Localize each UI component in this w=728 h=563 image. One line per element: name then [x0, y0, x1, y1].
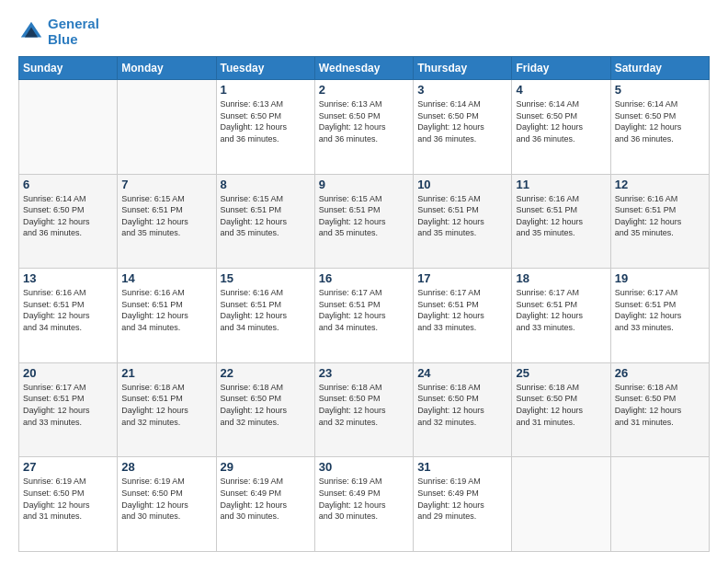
- day-info: Sunrise: 6:18 AMSunset: 6:50 PMDaylight:…: [516, 382, 606, 428]
- day-number: 8: [221, 178, 311, 191]
- day-info: Sunrise: 6:17 AMSunset: 6:51 PMDaylight:…: [516, 287, 606, 333]
- day-info: Sunrise: 6:19 AMSunset: 6:49 PMDaylight:…: [221, 476, 311, 522]
- calendar-cell: 29Sunrise: 6:19 AMSunset: 6:49 PMDayligh…: [216, 457, 314, 552]
- day-number: 12: [615, 178, 705, 191]
- day-number: 31: [417, 460, 507, 474]
- day-info: Sunrise: 6:13 AMSunset: 6:50 PMDaylight:…: [319, 98, 409, 144]
- calendar-cell: 24Sunrise: 6:18 AMSunset: 6:50 PMDayligh…: [414, 362, 512, 457]
- calendar-cell: 18Sunrise: 6:17 AMSunset: 6:51 PMDayligh…: [512, 269, 610, 363]
- calendar-cell: 11Sunrise: 6:16 AMSunset: 6:51 PMDayligh…: [512, 174, 610, 269]
- day-header-tuesday: Tuesday: [216, 57, 314, 80]
- day-info: Sunrise: 6:18 AMSunset: 6:50 PMDaylight:…: [221, 382, 311, 428]
- calendar-cell: 31Sunrise: 6:19 AMSunset: 6:49 PMDayligh…: [414, 457, 512, 552]
- calendar-cell: 7Sunrise: 6:15 AMSunset: 6:51 PMDaylight…: [118, 174, 216, 269]
- day-number: 13: [23, 271, 113, 285]
- calendar-cell: 30Sunrise: 6:19 AMSunset: 6:49 PMDayligh…: [314, 457, 413, 552]
- day-header-thursday: Thursday: [414, 57, 512, 80]
- day-info: Sunrise: 6:15 AMSunset: 6:51 PMDaylight:…: [121, 193, 211, 239]
- day-number: 2: [319, 83, 409, 97]
- day-info: Sunrise: 6:18 AMSunset: 6:51 PMDaylight:…: [121, 382, 211, 428]
- calendar-cell: 1Sunrise: 6:13 AMSunset: 6:50 PMDaylight…: [216, 80, 314, 175]
- day-number: 22: [221, 366, 311, 380]
- day-number: 14: [121, 271, 211, 285]
- day-number: 7: [121, 178, 211, 191]
- day-number: 30: [319, 460, 409, 474]
- day-info: Sunrise: 6:17 AMSunset: 6:51 PMDaylight:…: [23, 382, 113, 428]
- day-number: 29: [221, 460, 311, 474]
- day-info: Sunrise: 6:16 AMSunset: 6:51 PMDaylight:…: [23, 287, 113, 333]
- day-info: Sunrise: 6:14 AMSunset: 6:50 PMDaylight:…: [417, 98, 507, 144]
- day-info: Sunrise: 6:16 AMSunset: 6:51 PMDaylight:…: [615, 193, 705, 239]
- calendar-cell: 6Sunrise: 6:14 AMSunset: 6:50 PMDaylight…: [19, 174, 118, 269]
- day-info: Sunrise: 6:15 AMSunset: 6:51 PMDaylight:…: [221, 193, 311, 239]
- day-info: Sunrise: 6:19 AMSunset: 6:50 PMDaylight:…: [23, 476, 113, 522]
- day-header-monday: Monday: [118, 57, 216, 80]
- day-info: Sunrise: 6:14 AMSunset: 6:50 PMDaylight:…: [516, 98, 606, 144]
- day-number: 9: [319, 178, 409, 191]
- calendar-cell: 12Sunrise: 6:16 AMSunset: 6:51 PMDayligh…: [610, 174, 709, 269]
- day-number: 3: [417, 83, 507, 97]
- calendar-cell: [512, 457, 610, 552]
- day-info: Sunrise: 6:18 AMSunset: 6:50 PMDaylight:…: [615, 382, 705, 428]
- day-header-friday: Friday: [512, 57, 610, 80]
- calendar-cell: 21Sunrise: 6:18 AMSunset: 6:51 PMDayligh…: [118, 362, 216, 457]
- logo-text: General Blue: [48, 17, 99, 47]
- calendar-cell: 14Sunrise: 6:16 AMSunset: 6:51 PMDayligh…: [118, 269, 216, 363]
- calendar-cell: 3Sunrise: 6:14 AMSunset: 6:50 PMDaylight…: [414, 80, 512, 175]
- calendar-cell: 5Sunrise: 6:14 AMSunset: 6:50 PMDaylight…: [610, 80, 709, 175]
- day-info: Sunrise: 6:19 AMSunset: 6:49 PMDaylight:…: [417, 476, 507, 522]
- day-info: Sunrise: 6:16 AMSunset: 6:51 PMDaylight:…: [221, 287, 311, 333]
- logo-icon: [18, 19, 44, 45]
- day-number: 26: [615, 366, 705, 380]
- calendar-cell: 16Sunrise: 6:17 AMSunset: 6:51 PMDayligh…: [314, 269, 413, 363]
- calendar-cell: 2Sunrise: 6:13 AMSunset: 6:50 PMDaylight…: [314, 80, 413, 175]
- day-number: 28: [121, 460, 211, 474]
- day-header-sunday: Sunday: [19, 57, 118, 80]
- calendar-cell: 28Sunrise: 6:19 AMSunset: 6:50 PMDayligh…: [118, 457, 216, 552]
- calendar-cell: 15Sunrise: 6:16 AMSunset: 6:51 PMDayligh…: [216, 269, 314, 363]
- day-number: 4: [516, 83, 606, 97]
- day-number: 15: [221, 271, 311, 285]
- day-number: 18: [516, 271, 606, 285]
- day-number: 21: [121, 366, 211, 380]
- calendar-cell: 13Sunrise: 6:16 AMSunset: 6:51 PMDayligh…: [19, 269, 118, 363]
- calendar-cell: [19, 80, 118, 175]
- day-number: 6: [23, 178, 113, 191]
- day-number: 23: [319, 366, 409, 380]
- day-info: Sunrise: 6:14 AMSunset: 6:50 PMDaylight:…: [615, 98, 705, 144]
- day-number: 24: [417, 366, 507, 380]
- calendar-table: SundayMondayTuesdayWednesdayThursdayFrid…: [18, 56, 710, 552]
- day-info: Sunrise: 6:19 AMSunset: 6:49 PMDaylight:…: [319, 476, 409, 522]
- day-number: 17: [417, 271, 507, 285]
- day-info: Sunrise: 6:18 AMSunset: 6:50 PMDaylight:…: [417, 382, 507, 428]
- calendar-cell: 23Sunrise: 6:18 AMSunset: 6:50 PMDayligh…: [314, 362, 413, 457]
- page: General Blue SundayMondayTuesdayWednesda…: [0, 0, 728, 563]
- calendar-cell: 10Sunrise: 6:15 AMSunset: 6:51 PMDayligh…: [414, 174, 512, 269]
- day-number: 16: [319, 271, 409, 285]
- calendar-cell: 22Sunrise: 6:18 AMSunset: 6:50 PMDayligh…: [216, 362, 314, 457]
- day-info: Sunrise: 6:16 AMSunset: 6:51 PMDaylight:…: [121, 287, 211, 333]
- calendar-cell: 19Sunrise: 6:17 AMSunset: 6:51 PMDayligh…: [610, 269, 709, 363]
- day-header-wednesday: Wednesday: [314, 57, 413, 80]
- calendar-cell: 8Sunrise: 6:15 AMSunset: 6:51 PMDaylight…: [216, 174, 314, 269]
- day-number: 5: [615, 83, 705, 97]
- day-number: 1: [221, 83, 311, 97]
- calendar-cell: 17Sunrise: 6:17 AMSunset: 6:51 PMDayligh…: [414, 269, 512, 363]
- calendar-cell: 4Sunrise: 6:14 AMSunset: 6:50 PMDaylight…: [512, 80, 610, 175]
- day-info: Sunrise: 6:17 AMSunset: 6:51 PMDaylight:…: [615, 287, 705, 333]
- calendar-cell: [610, 457, 709, 552]
- header: General Blue: [18, 17, 710, 47]
- day-number: 10: [417, 178, 507, 191]
- day-number: 19: [615, 271, 705, 285]
- day-info: Sunrise: 6:13 AMSunset: 6:50 PMDaylight:…: [221, 98, 311, 144]
- day-info: Sunrise: 6:17 AMSunset: 6:51 PMDaylight:…: [319, 287, 409, 333]
- day-info: Sunrise: 6:15 AMSunset: 6:51 PMDaylight:…: [319, 193, 409, 239]
- day-info: Sunrise: 6:16 AMSunset: 6:51 PMDaylight:…: [516, 193, 606, 239]
- day-number: 27: [23, 460, 113, 474]
- calendar-cell: 9Sunrise: 6:15 AMSunset: 6:51 PMDaylight…: [314, 174, 413, 269]
- day-info: Sunrise: 6:15 AMSunset: 6:51 PMDaylight:…: [417, 193, 507, 239]
- day-number: 11: [516, 178, 606, 191]
- calendar-cell: 25Sunrise: 6:18 AMSunset: 6:50 PMDayligh…: [512, 362, 610, 457]
- day-info: Sunrise: 6:19 AMSunset: 6:50 PMDaylight:…: [121, 476, 211, 522]
- day-info: Sunrise: 6:14 AMSunset: 6:50 PMDaylight:…: [23, 193, 113, 239]
